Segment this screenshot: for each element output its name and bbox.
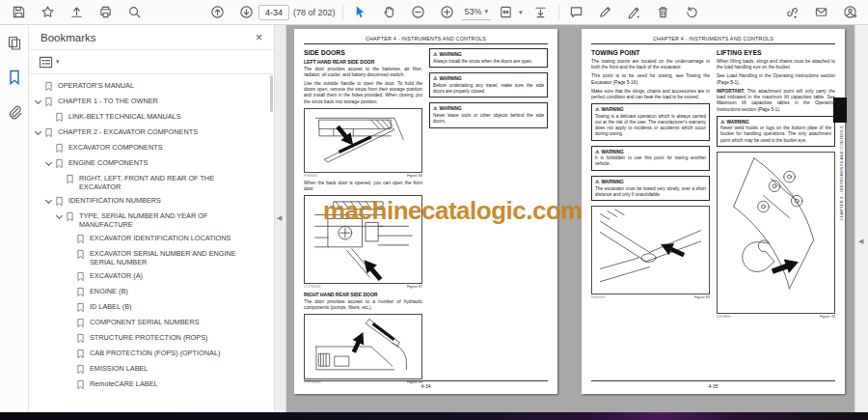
bookmark-label: CHAPTER 1 - TO THE OWNER <box>58 97 158 105</box>
page-number: 4-35 <box>591 380 835 389</box>
signature-icon <box>627 5 641 19</box>
chevron-down-icon[interactable] <box>34 97 44 106</box>
share-link-button[interactable] <box>781 2 802 23</box>
paragraph: This point is to be used for towing, see… <box>591 73 710 85</box>
bookmark-item[interactable]: ENGINE (B) <box>29 287 270 297</box>
share-upload-button[interactable] <box>66 2 87 23</box>
bookmark-item[interactable]: STRUCTURE PROTECTION (ROPS) <box>29 333 270 344</box>
bookmark-label: LINK-BELT TECHNICAL MANUALS <box>68 112 181 121</box>
zoom-out-button[interactable] <box>408 2 429 23</box>
navigation-rail <box>0 25 29 412</box>
previous-page-button[interactable] <box>206 2 228 23</box>
panel-collapse-strip[interactable]: ◀ <box>275 25 286 412</box>
watermark-text: machinecatalogic.com <box>323 196 583 226</box>
paragraph: The towing points are located on the und… <box>591 59 710 70</box>
chevron-down-icon[interactable]: ▾ <box>519 9 523 16</box>
bookmark-item[interactable]: LINK-BELT TECHNICAL MANUALS <box>29 112 270 123</box>
chevron-down-icon[interactable] <box>44 158 55 168</box>
bookmark-item[interactable]: EMISSION LABEL <box>29 364 270 375</box>
bookmark-item[interactable]: EXCAVATOR IDENTIFICATION LOCATIONS <box>29 234 270 244</box>
paragraph: When the back door is opened, you can op… <box>304 181 422 192</box>
panel-scrollbar-thumb[interactable] <box>270 75 273 112</box>
save-button[interactable] <box>8 2 29 23</box>
hand-tool-button[interactable] <box>379 2 400 23</box>
rotate-button[interactable] <box>682 2 703 23</box>
chevron-down-icon[interactable] <box>55 211 66 221</box>
bookmark-item[interactable]: OPERATOR'S MANUAL <box>29 81 270 92</box>
zoom-in-button[interactable] <box>437 2 458 23</box>
search-button[interactable] <box>123 2 145 23</box>
user-icon <box>843 5 857 19</box>
cursor-icon <box>353 5 367 19</box>
chevron-down-icon[interactable] <box>44 196 55 206</box>
delete-button[interactable] <box>653 2 674 23</box>
bookmark-item[interactable]: ID LABEL (B) <box>29 302 270 313</box>
page-header: CHAPTER 4 - INSTRUMENTS AND CONTROLS <box>304 36 548 44</box>
page-number-input[interactable] <box>258 5 289 20</box>
zoom-level-dropdown[interactable]: 53% ▾ <box>462 4 492 20</box>
warning-text: Before undertaking any travel, make sure… <box>433 83 544 95</box>
comment-icon <box>569 5 583 19</box>
bookmark-item[interactable]: ENGINE COMPONENTS <box>29 158 270 169</box>
bookmark-icon <box>7 70 22 85</box>
warning-text: The excavator must be towed very slowly,… <box>595 186 706 198</box>
figure-code: KW00068 <box>591 295 605 299</box>
email-button[interactable] <box>810 2 831 23</box>
bookmark-ribbon-icon <box>76 333 85 344</box>
chapter-tab-label: CHAPTER 4 - INSTRUMENTS AND CONTROLS <box>839 126 844 220</box>
bookmark-ribbon-icon <box>76 349 85 359</box>
bookmark-item[interactable]: TYPE, SERIAL NUMBER AND YEAR OF MANUFACT… <box>29 211 270 229</box>
bookmark-item[interactable]: COMPONENT SERIAL NUMBERS <box>29 318 270 328</box>
expand-tools-icon[interactable]: ◀ <box>858 238 863 245</box>
tools-collapse-strip[interactable]: ◀ <box>854 25 868 412</box>
next-page-button[interactable] <box>235 2 257 23</box>
sign-button[interactable] <box>624 2 645 23</box>
bookmark-ribbon-icon <box>76 287 85 297</box>
bookmark-ribbon-icon <box>76 249 85 260</box>
bookmark-label: CAB PROTECTION (FOPS) (OPTIONAL) <box>90 349 220 357</box>
bookmark-label: RIGHT, LEFT, FRONT AND REAR OF THE EXCAV… <box>79 174 233 191</box>
bookmarks-panel: Bookmarks × ▾ OPERATOR'S MANUALCHAPTER 1… <box>29 25 275 412</box>
bookmark-item[interactable]: CHAPTER 1 - TO THE OWNER <box>29 97 270 107</box>
trash-icon <box>656 5 670 19</box>
bookmark-item[interactable]: CHAPTER 2 - EXCAVATOR COMPONENTS <box>29 127 270 138</box>
bookmark-ribbon-icon <box>44 127 53 138</box>
toolbar: (78 of 202) 53% ▾ ▾ <box>0 0 868 25</box>
comment-button[interactable] <box>566 2 587 23</box>
warning-box: ⚠WARNING Never leave tools or other obje… <box>429 102 548 127</box>
warning-box: ⚠WARNING Never weld hooks or lugs on the… <box>717 116 835 147</box>
print-button[interactable] <box>95 2 116 23</box>
bookmark-item[interactable]: RIGHT, LEFT, FRONT AND REAR OF THE EXCAV… <box>29 174 270 191</box>
bookmarks-tab[interactable] <box>7 70 22 89</box>
warning-icon: ⚠ <box>595 149 599 154</box>
bookmark-label: OPERATOR'S MANUAL <box>58 81 134 90</box>
bookmark-item[interactable]: EXCAVATOR SERIAL NUMBER AND ENGINE SERIA… <box>29 249 270 266</box>
bookmark-item[interactable]: RemoteCARE LABEL <box>29 379 270 390</box>
collapse-panel-icon[interactable]: ◀ <box>277 214 282 222</box>
bookmark-label: EXCAVATOR (A) <box>90 271 143 280</box>
bookmark-item[interactable]: EXCAVATOR (A) <box>29 271 270 282</box>
section-title: TOWING POINT <box>591 49 710 56</box>
rotate-ccw-icon <box>685 5 699 19</box>
page-thumbnails-tab[interactable] <box>7 35 22 54</box>
bookmark-label: STRUCTURE PROTECTION (ROPS) <box>90 333 207 342</box>
close-icon[interactable]: × <box>256 32 262 43</box>
account-button[interactable] <box>839 2 860 23</box>
draw-button[interactable] <box>595 2 616 23</box>
document-viewport[interactable]: CHAPTER 4 - INSTRUMENTS AND CONTROLS SID… <box>286 25 854 412</box>
warning-icon: ⚠ <box>433 75 437 81</box>
fit-width-button[interactable] <box>530 2 552 23</box>
bookmark-item[interactable]: IDENTIFICATION NUMBERS <box>29 196 270 207</box>
fit-page-button[interactable] <box>495 2 516 23</box>
star-icon <box>41 5 55 19</box>
chapter-tab-marker <box>833 98 847 123</box>
attachments-tab[interactable] <box>7 104 22 124</box>
upload-icon <box>69 5 84 19</box>
warning-box: ⚠WARNING The excavator must be towed ver… <box>591 176 710 201</box>
bookmark-item[interactable]: CAB PROTECTION (FOPS) (OPTIONAL) <box>29 349 270 359</box>
bookmark-options-button[interactable]: ▾ <box>39 56 60 69</box>
select-tool-button[interactable] <box>350 2 371 23</box>
favorites-button[interactable] <box>37 2 58 23</box>
bookmark-item[interactable]: EXCAVATOR COMPONENTS <box>29 143 270 154</box>
chevron-down-icon[interactable] <box>34 127 44 137</box>
